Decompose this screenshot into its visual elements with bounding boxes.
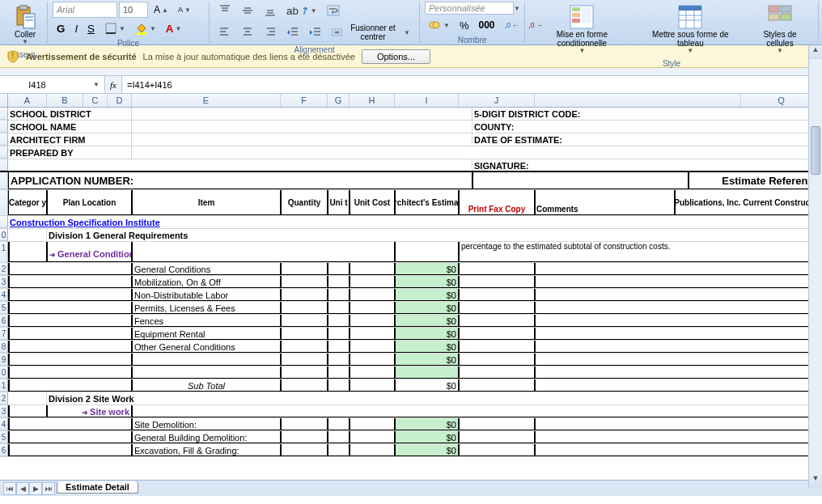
cell[interactable] [459, 354, 535, 366]
cell[interactable] [8, 263, 132, 275]
cell[interactable]: Permits, Licenses & Fees [132, 302, 281, 314]
cell[interactable] [395, 366, 459, 379]
cell[interactable] [535, 289, 822, 301]
font-size-select[interactable] [119, 2, 148, 18]
cell[interactable]: Print Fax Copy [459, 190, 535, 215]
cell[interactable] [350, 315, 395, 327]
comma-button[interactable]: 000 [474, 16, 498, 34]
vertical-scrollbar[interactable]: ▲ ▼ [808, 45, 822, 488]
cell[interactable]: $0 [395, 276, 459, 288]
cell[interactable] [8, 444, 132, 456]
shrink-font-button[interactable]: A▼ [174, 2, 195, 18]
cell[interactable]: $0 [395, 444, 459, 456]
font-color-button[interactable]: A▼ [162, 19, 186, 37]
cell[interactable] [8, 366, 132, 379]
cell[interactable]: $0 [395, 328, 459, 340]
cell[interactable] [350, 302, 395, 314]
cell[interactable]: Non-Distributable Labor [132, 289, 281, 301]
tab-last-button[interactable]: ⏭ [42, 482, 55, 495]
cell[interactable]: SCHOOL NAME [8, 121, 132, 133]
cell[interactable] [281, 315, 328, 327]
cell[interactable] [535, 418, 822, 430]
cell[interactable] [281, 289, 328, 301]
cell[interactable]: Architect's Estimate [395, 190, 459, 215]
cell[interactable] [8, 328, 132, 340]
align-middle-button[interactable] [237, 2, 258, 19]
cell[interactable] [535, 431, 822, 443]
cell[interactable]: SCHOOL DISTRICT [8, 108, 132, 120]
cell[interactable] [328, 276, 350, 288]
col-header[interactable]: C [83, 94, 108, 107]
bold-button[interactable]: G [53, 19, 69, 37]
cell[interactable]: PREPARED BY [8, 146, 132, 159]
number-format-select[interactable] [425, 2, 514, 15]
row-header[interactable]: 0 [0, 229, 8, 241]
cell[interactable] [328, 366, 350, 379]
row-header[interactable]: 6 [0, 315, 8, 327]
cell-styles-button[interactable]: Styles de cellules▼ [747, 2, 813, 57]
tab-next-button[interactable]: ▶ [29, 482, 42, 495]
cell[interactable]: ARCHITECT FIRM [8, 133, 132, 146]
col-header[interactable]: J [459, 94, 535, 107]
col-header[interactable]: A [8, 94, 47, 107]
cell[interactable] [8, 159, 472, 171]
cell[interactable] [8, 418, 132, 430]
cell[interactable] [281, 418, 328, 430]
cell[interactable] [459, 263, 535, 275]
cell[interactable] [281, 379, 328, 392]
cell[interactable]: COUNTY: [472, 121, 822, 133]
cell[interactable]: Saylor Publications, Inc. Current Constr… [675, 190, 822, 215]
cell[interactable]: Division 1 General Requirements [47, 229, 822, 241]
paste-button[interactable]: Coller▼ [8, 2, 42, 49]
font-name-select[interactable] [53, 2, 117, 18]
cell[interactable] [328, 444, 350, 456]
col-header[interactable] [535, 94, 741, 107]
cell[interactable]: Plan Location [47, 190, 132, 215]
cell[interactable] [8, 315, 132, 327]
cell[interactable] [8, 242, 47, 262]
row-header[interactable] [0, 172, 8, 189]
cell[interactable]: percentage to the estimated subtotal of … [459, 242, 822, 262]
cell[interactable] [132, 108, 472, 120]
row-header[interactable]: 2 [0, 392, 8, 404]
cell[interactable]: General Conditions [132, 263, 281, 275]
increase-indent-button[interactable] [305, 23, 326, 41]
cell[interactable]: $0 [395, 289, 459, 301]
sheet-tab-active[interactable]: Estimate Detail [57, 481, 138, 493]
cell[interactable]: $0 [395, 418, 459, 430]
cell[interactable] [132, 146, 822, 159]
cell[interactable]: Excavation, Fill & Grading: [132, 444, 281, 456]
align-left-button[interactable] [214, 23, 235, 41]
scroll-up-button[interactable]: ▲ [809, 45, 822, 59]
col-header[interactable]: F [281, 94, 328, 107]
row-header[interactable]: 1 [0, 242, 8, 263]
cell[interactable] [472, 172, 689, 189]
cell[interactable] [350, 379, 395, 392]
name-box[interactable]: ▼ [0, 76, 105, 93]
formula-input[interactable] [122, 76, 822, 93]
cell[interactable] [8, 392, 47, 404]
cell[interactable] [8, 276, 132, 288]
cell[interactable] [459, 431, 535, 443]
cell[interactable] [328, 289, 350, 301]
cell[interactable] [350, 444, 395, 456]
row-header[interactable] [0, 108, 8, 120]
cell[interactable] [350, 366, 395, 379]
cell[interactable]: Fences [132, 315, 281, 327]
cell[interactable] [535, 366, 822, 379]
cell[interactable]: DATE OF ESTIMATE: [472, 133, 822, 146]
cell[interactable] [328, 328, 350, 340]
orientation-button[interactable]: ab↗▼ [282, 2, 321, 19]
cell[interactable] [8, 431, 132, 443]
cell[interactable]: $0 [395, 379, 459, 392]
cell[interactable]: $0 [395, 354, 459, 366]
row-header[interactable]: 5 [0, 302, 8, 314]
cell[interactable] [132, 405, 822, 417]
cell[interactable] [535, 328, 822, 340]
row-header[interactable] [0, 216, 8, 228]
cell[interactable] [328, 418, 350, 430]
cell[interactable] [328, 379, 350, 392]
cell[interactable] [281, 366, 328, 379]
cell[interactable] [459, 444, 535, 456]
italic-button[interactable]: I [70, 19, 82, 37]
